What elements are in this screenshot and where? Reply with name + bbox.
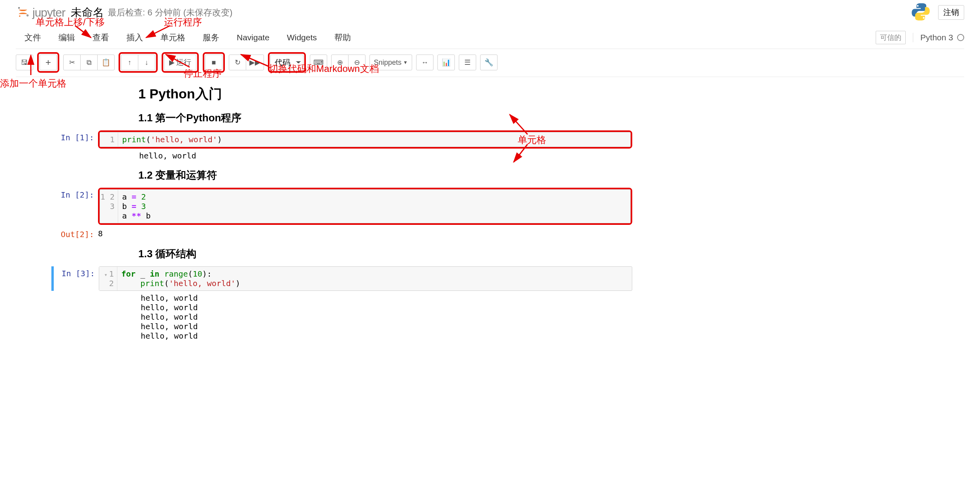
chart-icon: 📊 (442, 58, 450, 67)
markdown-cell[interactable]: 1 Python入门 1.1 第一个Python程序 (51, 85, 632, 125)
ext-list-button[interactable]: ☰ (459, 55, 476, 70)
run-button-label: 运行 (176, 57, 191, 68)
kernel-status-icon (957, 34, 964, 41)
cell-type-select[interactable]: 代码 (270, 55, 303, 70)
wrench-icon: 🔧 (484, 58, 493, 67)
code-cell[interactable]: In [1]: 1 print('hello, world') (51, 130, 632, 149)
save-button[interactable]: 🖫 (16, 55, 33, 70)
annotation-box-celltype: 代码 (268, 52, 306, 73)
arrow-up-icon: ↑ (128, 58, 132, 67)
menu-edit[interactable]: 编辑 (50, 29, 84, 46)
annotation-box-move: ↑ ↓ (119, 52, 158, 73)
output-prompt: Out[2]: (51, 227, 98, 239)
zoom-in-button[interactable]: ⊕ (331, 55, 349, 70)
kernel-name[interactable]: Python 3 (913, 33, 964, 42)
jupyter-wordmark: jupyter (32, 6, 65, 19)
code-input-area[interactable]: ▾1 2 for _ in range(10): print('hello, w… (99, 266, 632, 291)
markdown-cell[interactable]: 1.3 循环结构 (51, 247, 632, 261)
restart-kernel-button[interactable]: ↻ (229, 55, 246, 70)
code-content[interactable]: a = 2 b = 3 a ** b (118, 190, 630, 223)
arrow-down-icon: ↓ (145, 58, 149, 67)
annotation-box-stop: ■ (203, 52, 225, 73)
heading-1-3: 1.3 循环结构 (138, 247, 632, 261)
menu-file[interactable]: 文件 (16, 29, 50, 46)
fold-icon[interactable]: ▾ (104, 271, 109, 278)
move-up-button[interactable]: ↑ (121, 55, 138, 70)
stdout-output: hello, world hello, world hello, world h… (141, 291, 632, 341)
notebook-name[interactable]: 未命名 (71, 5, 104, 20)
svg-point-5 (923, 17, 924, 19)
heading-1: 1 Python入门 (138, 85, 632, 103)
code-content[interactable]: for _ in range(10): print('hello, world'… (117, 267, 632, 290)
snippets-button[interactable]: Snippets ▼ (369, 55, 412, 70)
stop-button[interactable]: ■ (205, 55, 222, 70)
ext-arrows-button[interactable]: ↔ (416, 55, 433, 70)
menubar: 文件 编辑 查看 插入 单元格 服务 Navigate Widgets 帮助 可… (16, 26, 964, 49)
line-gutter: ▾1 2 (99, 267, 117, 290)
ext-chart-button[interactable]: 📊 (437, 55, 455, 70)
annotation-box-run: ▶ 运行 (162, 52, 199, 73)
scissors-icon: ✂ (69, 58, 75, 67)
input-prompt: In [2]: (51, 188, 98, 200)
kernel-name-label: Python 3 (920, 33, 953, 42)
paste-icon: 📋 (102, 58, 110, 67)
stdout-output: hello, world (139, 149, 632, 160)
toolbar: 🖫 + ✂ ⧉ 📋 ↑ ↓ ▶ 运行 (16, 49, 964, 77)
output-row: Out[2]: 8 (51, 227, 632, 239)
save-icon: 🖫 (21, 58, 28, 67)
copy-icon: ⧉ (87, 58, 92, 67)
menu-help[interactable]: 帮助 (326, 29, 360, 46)
menu-view[interactable]: 查看 (84, 29, 118, 46)
line-gutter: 1 2 3 (100, 190, 118, 223)
snippets-label: Snippets (374, 58, 401, 67)
arrows-h-icon: ↔ (421, 58, 428, 67)
logout-button[interactable]: 注销 (938, 5, 964, 20)
output-value: 8 (98, 227, 103, 238)
run-button[interactable]: ▶ 运行 (164, 55, 196, 70)
zoom-out-icon: ⊖ (354, 58, 360, 67)
code-content[interactable]: print('hello, world') (118, 132, 630, 147)
menu-cell[interactable]: 单元格 (152, 29, 194, 46)
copy-button[interactable]: ⧉ (80, 55, 98, 70)
svg-point-3 (19, 15, 21, 17)
checkpoint-status: 最后检查: 6 分钟前 (未保存改变) (108, 7, 232, 19)
move-down-button[interactable]: ↓ (138, 55, 155, 70)
annotation-box-add: + (37, 52, 59, 73)
zoom-out-button[interactable]: ⊖ (348, 55, 366, 70)
svg-point-1 (18, 7, 20, 9)
restart-run-all-button[interactable]: ▶▶ (246, 55, 264, 70)
annotation-box-cell1: 1 print('hello, world') (98, 130, 632, 149)
trusted-indicator[interactable]: 可信的 (876, 31, 906, 44)
zoom-in-icon: ⊕ (337, 58, 343, 67)
input-prompt: In [1]: (51, 130, 98, 142)
notebook-area: 1 Python入门 1.1 第一个Python程序 In [1]: 1 pri… (16, 77, 964, 341)
selection-indicator (51, 266, 54, 291)
menu-kernel[interactable]: 服务 (194, 29, 228, 46)
restart-icon: ↻ (235, 58, 241, 67)
notebook-header: jupyter 未命名 最后检查: 6 分钟前 (未保存改变) 注销 (16, 0, 964, 23)
list-icon: ☰ (464, 58, 471, 67)
heading-1-2: 1.2 变量和运算符 (138, 168, 632, 182)
menu-navigate[interactable]: Navigate (228, 30, 278, 45)
command-palette-button[interactable]: ⌨ (310, 55, 327, 70)
paste-button[interactable]: 📋 (97, 55, 115, 70)
code-input-area[interactable]: 1 2 3 a = 2 b = 3 a ** b (100, 189, 631, 223)
ext-wrench-button[interactable]: 🔧 (480, 55, 498, 70)
play-icon: ▶ (169, 58, 175, 67)
code-cell-selected[interactable]: In [3]: ▾1 2 for _ in range(10): print('… (51, 266, 632, 291)
menu-widgets[interactable]: Widgets (278, 30, 326, 45)
cut-button[interactable]: ✂ (63, 55, 81, 70)
input-prompt: In [3]: (55, 266, 99, 278)
annotation-box-cell2: 1 2 3 a = 2 b = 3 a ** b (98, 188, 632, 225)
add-cell-button[interactable]: + (40, 55, 57, 70)
code-cell[interactable]: In [2]: 1 2 3 a = 2 b = 3 a ** b (51, 188, 632, 225)
line-gutter: 1 (100, 132, 118, 147)
svg-point-2 (26, 14, 28, 16)
keyboard-icon: ⌨ (313, 58, 324, 67)
fast-forward-icon: ▶▶ (249, 58, 260, 67)
menu-insert[interactable]: 插入 (118, 29, 152, 46)
stop-icon: ■ (212, 58, 216, 67)
code-input-area[interactable]: 1 print('hello, world') (100, 132, 631, 147)
jupyter-logo[interactable]: jupyter (16, 5, 65, 20)
markdown-cell[interactable]: 1.2 变量和运算符 (51, 168, 632, 182)
